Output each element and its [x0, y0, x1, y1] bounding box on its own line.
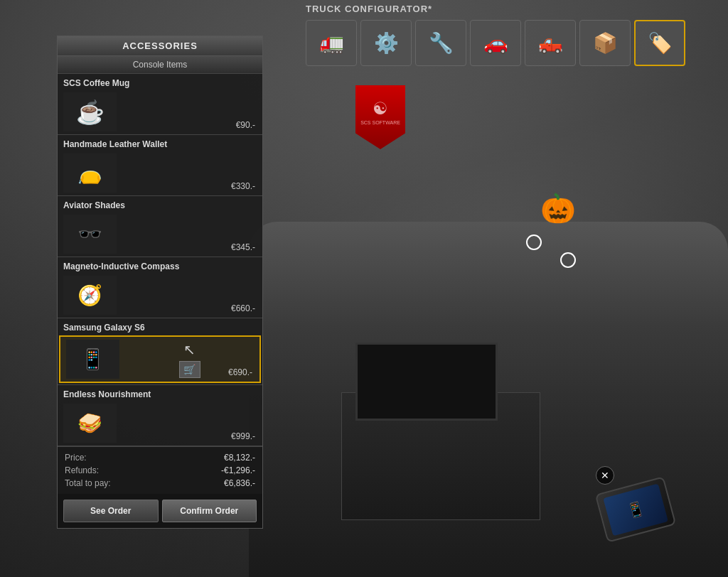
item-title-shades: Aviator Shades [58, 196, 262, 212]
tab1-icon: 🚛 [319, 31, 344, 55]
item-title-galaxy: Samsung Galaxy S6 [58, 318, 262, 334]
shades-icon: 🕶️ [77, 222, 102, 246]
tab3-icon: 🔧 [429, 31, 454, 55]
item-title-compass: Magneto-Inductive Compass [58, 257, 262, 273]
pumpkin-decoration: 🎃 [540, 192, 576, 225]
compass-icon: 🧭 [77, 284, 102, 307]
badge-text: SCS SOFTWARE [360, 120, 400, 125]
item-section-nourishment: Endless Nourishment 🥪 €999.- [58, 385, 262, 446]
see-order-button[interactable]: See Order [63, 500, 159, 522]
total-value: €6,836.- [224, 478, 255, 488]
phone-icon: 📱 [80, 347, 105, 371]
scs-badge: ☯ SCS SOFTWARE [355, 85, 412, 156]
item-image-shades: 🕶️ [63, 215, 117, 254]
item-image-galaxy: 📱 [66, 340, 119, 379]
total-label: Total to pay: [65, 478, 111, 488]
item-section-compass: Magneto-Inductive Compass 🧭 €660.- [58, 257, 262, 318]
footer-price-row: Price: €8,132.- [65, 451, 255, 464]
close-button[interactable]: ✕ [596, 466, 614, 485]
config-tab-2[interactable]: ⚙️ [360, 20, 412, 66]
item-title-nourishment: Endless Nourishment [58, 385, 262, 401]
item-price-coffee-mug: €90.- [236, 120, 255, 130]
tab4-icon: 🚗 [483, 31, 508, 55]
item-price-shades: €345.- [231, 242, 255, 252]
item-row-shades[interactable]: 🕶️ €345.- [58, 212, 262, 257]
item-row-nourishment[interactable]: 🥪 €999.- [58, 401, 262, 446]
footer-refunds-row: Refunds: -€1,296.- [65, 464, 255, 477]
item-row-wallet[interactable]: 👝 €330.- [58, 151, 262, 195]
price-label: Price: [65, 453, 87, 463]
config-tab-1[interactable]: 🚛 [306, 20, 357, 66]
item-image-coffee-mug: ☕ [63, 92, 117, 131]
cursor-icon: ↖ [183, 341, 196, 358]
item-row-coffee-mug[interactable]: ☕ €90.- [58, 90, 262, 134]
item-price-nourishment: €999.- [231, 431, 255, 441]
tab6-icon: 📦 [593, 31, 618, 55]
configurator-title: TRUCK CONFIGURATOR* [306, 4, 432, 14]
refunds-value: -€1,296.- [221, 465, 255, 475]
badge-symbol: ☯ [373, 99, 388, 119]
item-price-wallet: €330.- [231, 181, 255, 191]
cart-icon[interactable]: 🛒 [179, 361, 200, 378]
config-tab-3[interactable]: 🔧 [415, 20, 466, 66]
item-price-galaxy: €690.- [228, 367, 252, 377]
panel-header: ACCESSORIES [58, 36, 262, 56]
item-title-wallet: Handmade Leather Wallet [58, 135, 262, 151]
config-tab-5[interactable]: 🛻 [525, 20, 576, 66]
item-title-coffee-mug: SCS Coffee Mug [58, 74, 262, 90]
item-price-compass: €660.- [231, 303, 255, 313]
coffee-mug-icon: ☕ [76, 99, 105, 126]
item-section-wallet: Handmade Leather Wallet 👝 €330.- [58, 135, 262, 196]
tab2-icon: ⚙️ [374, 31, 399, 55]
item-section-galaxy: Samsung Galaxy S6 📱 ↖ 🛒 €690.- [58, 318, 262, 385]
item-image-compass: 🧭 [63, 276, 117, 315]
tab7-icon: 🏷️ [648, 31, 673, 55]
panel-subheader: Console Items [58, 56, 262, 74]
dashboard-screen [355, 343, 498, 421]
item-image-nourishment: 🥪 [63, 404, 117, 443]
sandwich-icon: 🥪 [77, 411, 102, 435]
confirm-order-button[interactable]: Confirm Order [162, 500, 257, 522]
config-tabs: 🚛 ⚙️ 🔧 🚗 🛻 📦 🏷️ [306, 20, 728, 70]
phone-screen: 📱 [603, 483, 668, 536]
panel-footer: Price: €8,132.- Refunds: -€1,296.- Total… [58, 446, 262, 494]
footer-total-row: Total to pay: €6,836.- [65, 477, 255, 490]
config-tab-4[interactable]: 🚗 [470, 20, 521, 66]
config-tab-7[interactable]: 🏷️ [634, 20, 685, 66]
item-row-compass[interactable]: 🧭 €660.- [58, 273, 262, 318]
item-section-shades: Aviator Shades 🕶️ €345.- [58, 196, 262, 257]
accessories-panel: ACCESSORIES Console Items SCS Coffee Mug… [57, 36, 263, 529]
item-row-galaxy[interactable]: 📱 ↖ 🛒 €690.- [59, 335, 261, 383]
refunds-label: Refunds: [65, 465, 99, 475]
panel-buttons: See Order Confirm Order [58, 494, 262, 528]
config-tab-6[interactable]: 📦 [579, 20, 631, 66]
item-image-wallet: 👝 [63, 153, 117, 193]
item-section-coffee-mug: SCS Coffee Mug ☕ €90.- [58, 74, 262, 135]
target-circle-2[interactable] [560, 252, 576, 268]
tab5-icon: 🛻 [538, 31, 563, 55]
price-value: €8,132.- [224, 453, 255, 463]
target-circle-1[interactable] [526, 234, 542, 250]
wallet-icon: 👝 [77, 161, 102, 185]
